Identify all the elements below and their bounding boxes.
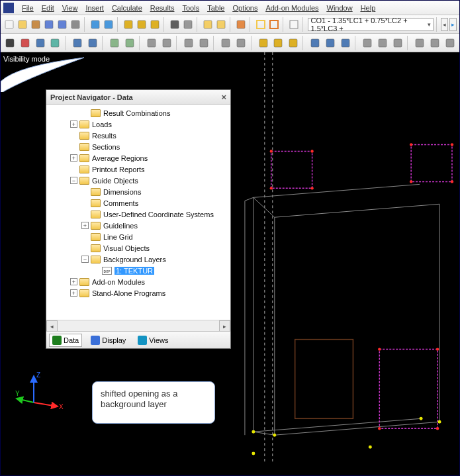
- page-a-icon[interactable]: [255, 17, 267, 32]
- tree-view[interactable]: Result Combinations+LoadsResultsSections…: [46, 105, 230, 320]
- tree-row[interactable]: Line Grid: [48, 231, 229, 242]
- panel-tab-label: Views: [149, 336, 168, 344]
- new-icon[interactable]: [3, 17, 15, 32]
- view-xy-icon[interactable]: [376, 36, 390, 50]
- win-c-icon[interactable]: [443, 36, 457, 50]
- save-all-icon[interactable]: [56, 17, 68, 32]
- expander-icon[interactable]: +: [70, 154, 77, 162]
- close-icon[interactable]: ×: [221, 92, 226, 102]
- refine-icon[interactable]: [234, 36, 248, 50]
- tree-row[interactable]: Comments: [48, 197, 229, 209]
- tree-row[interactable]: DXF1: TEKTUR: [48, 265, 229, 276]
- rotate-icon[interactable]: [182, 36, 196, 50]
- scroll-right-icon[interactable]: ▸: [219, 320, 230, 332]
- sel-b-icon[interactable]: [324, 36, 338, 50]
- menu-file[interactable]: File: [22, 4, 34, 12]
- filter-a-icon[interactable]: [256, 36, 270, 50]
- panel-tab-views[interactable]: Views: [134, 334, 171, 347]
- svg-rect-43: [431, 39, 439, 47]
- tree-row[interactable]: +Stand-Alone Programs: [48, 287, 229, 299]
- undo-icon[interactable]: [89, 17, 101, 32]
- print-icon[interactable]: [69, 17, 81, 32]
- menu-window[interactable]: Window: [327, 4, 353, 12]
- filter-c-icon[interactable]: [287, 36, 300, 50]
- menu-insert[interactable]: Insert: [85, 4, 104, 12]
- tree-hscrollbar[interactable]: ◂ ▸: [46, 320, 230, 331]
- tree-row[interactable]: Visual Objects: [48, 242, 229, 254]
- support-b-icon[interactable]: [122, 36, 136, 50]
- scroll-left-icon[interactable]: ◂: [46, 320, 58, 332]
- svg-rect-26: [126, 39, 134, 47]
- mesh-icon[interactable]: [219, 36, 233, 50]
- panel-titlebar[interactable]: Project Navigator - Data ×: [46, 90, 230, 105]
- menu-table[interactable]: Table: [207, 4, 224, 12]
- copy-icon[interactable]: [145, 36, 159, 50]
- page-c-icon[interactable]: [288, 17, 300, 32]
- grid-icon[interactable]: [182, 17, 194, 32]
- svg-point-61: [451, 180, 453, 183]
- panel-tab-display[interactable]: Display: [87, 334, 129, 347]
- menu-tools[interactable]: Tools: [182, 4, 199, 12]
- mirror-icon[interactable]: [160, 36, 174, 50]
- tree-row[interactable]: −Guide Objects: [48, 175, 229, 186]
- svg-point-70: [438, 420, 441, 424]
- save-icon[interactable]: [43, 17, 55, 32]
- surface-icon[interactable]: [48, 36, 62, 50]
- tree-row[interactable]: Printout Reports: [48, 164, 229, 175]
- expander-icon[interactable]: +: [70, 278, 77, 285]
- menu-view[interactable]: View: [62, 4, 78, 12]
- expander-icon[interactable]: +: [70, 120, 77, 128]
- win-a-icon[interactable]: [413, 36, 427, 50]
- sel-c-icon[interactable]: [339, 36, 353, 50]
- cursor-icon[interactable]: [3, 36, 17, 50]
- tree-row[interactable]: Result Combinations: [48, 107, 229, 119]
- doc-a-icon[interactable]: [202, 17, 214, 32]
- tree-row[interactable]: Sections: [48, 141, 229, 152]
- menu-add-on-modules[interactable]: Add-on Modules: [265, 4, 318, 12]
- doc-b-icon[interactable]: [215, 17, 227, 32]
- menu-calculate[interactable]: Calculate: [112, 4, 142, 12]
- view-iso-icon[interactable]: [361, 36, 375, 50]
- open-icon[interactable]: [17, 17, 28, 32]
- expander-icon[interactable]: +: [70, 289, 77, 297]
- menu-edit[interactable]: Edit: [42, 4, 54, 12]
- svg-rect-8: [124, 21, 132, 28]
- node-icon[interactable]: [19, 36, 32, 50]
- combo-prev-button[interactable]: ◂: [441, 18, 448, 31]
- page-b-icon[interactable]: [268, 17, 280, 32]
- redo-icon[interactable]: [103, 17, 115, 32]
- view-xz-icon[interactable]: [391, 36, 404, 50]
- tree-row[interactable]: User-Defined Coordinate Systems: [48, 209, 229, 220]
- expander-icon[interactable]: −: [81, 256, 89, 263]
- load-node-icon[interactable]: [71, 36, 85, 50]
- highlight-icon[interactable]: [136, 17, 148, 32]
- filter-b-icon[interactable]: [271, 36, 285, 50]
- dimension-icon[interactable]: [149, 17, 161, 32]
- tree-row[interactable]: +Average Regions: [48, 152, 229, 164]
- calculate-icon[interactable]: [122, 17, 134, 32]
- support-a-icon[interactable]: [108, 36, 122, 50]
- svg-rect-36: [311, 39, 319, 47]
- member-icon[interactable]: [33, 36, 47, 50]
- model-icon[interactable]: [30, 17, 42, 32]
- expander-icon[interactable]: −: [70, 177, 77, 184]
- menu-results[interactable]: Results: [150, 4, 175, 12]
- tree-row[interactable]: Dimensions: [48, 186, 229, 197]
- load-combination-combo[interactable]: CO1 - 1.35*LC1 + 0.75*LC2 + 1.5*LC3 +: [308, 18, 434, 31]
- snap-icon[interactable]: [169, 17, 181, 32]
- expander-icon[interactable]: +: [81, 222, 89, 229]
- tree-row[interactable]: +Guidelines: [48, 220, 229, 231]
- menu-options[interactable]: Options: [232, 4, 257, 12]
- win-b-icon[interactable]: [428, 36, 441, 50]
- scale-icon[interactable]: [197, 36, 211, 50]
- menu-help[interactable]: Help: [361, 4, 376, 12]
- tree-row[interactable]: +Loads: [48, 119, 229, 130]
- combo-next-button[interactable]: ▸: [449, 18, 457, 31]
- tree-row[interactable]: +Add-on Modules: [48, 276, 229, 287]
- results-icon[interactable]: [235, 17, 247, 32]
- tree-row[interactable]: Results: [48, 130, 229, 141]
- load-line-icon[interactable]: [85, 36, 99, 50]
- tree-row[interactable]: −Background Layers: [48, 254, 229, 265]
- panel-tab-data[interactable]: Data: [49, 334, 82, 347]
- sel-a-icon[interactable]: [308, 36, 322, 50]
